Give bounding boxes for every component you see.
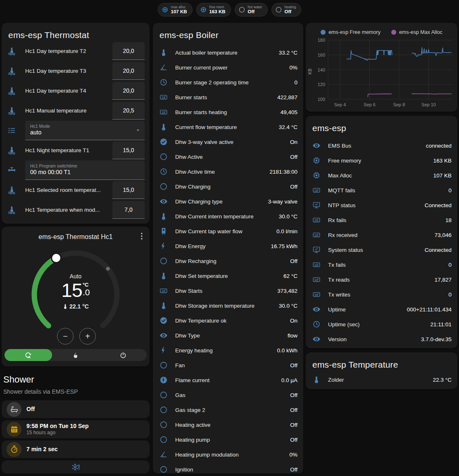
legend-item[interactable]: ems-esp Max Alloc: [391, 29, 442, 35]
mode-auto-button[interactable]: A: [5, 349, 52, 361]
entity-row[interactable]: NTP status Connected: [306, 198, 457, 213]
more-options-icon[interactable]: [137, 232, 146, 241]
entity-label: Dhw Charging: [175, 184, 287, 190]
entity-row[interactable]: Dhw Storage intern temperature 30.0 °C: [153, 298, 303, 313]
number-input[interactable]: 7,0: [112, 201, 145, 219]
coolant-thermometer-icon: [7, 186, 16, 194]
entity-row[interactable]: Dhw Current tap water flow 0.0 l/min: [153, 224, 303, 239]
entity-label: Free memory: [328, 158, 430, 164]
entity-row[interactable]: Burner stage 2 operating time 0: [153, 75, 303, 90]
select-input[interactable]: Hc1 Mode auto: [25, 121, 145, 140]
entity-value: 0.0 kWh: [277, 347, 297, 354]
entity-row[interactable]: Gas stage 2 Off: [153, 402, 303, 417]
entity-row[interactable]: Dhw Charging Off: [153, 179, 303, 194]
entity-row[interactable]: EMS Bus connected: [306, 138, 457, 153]
temp-decrease-button[interactable]: −: [57, 328, 74, 344]
entity-row[interactable]: Uptime 000+21:11:01.434: [306, 302, 457, 317]
card-title: ems-esp Boiler: [153, 23, 303, 43]
number-input[interactable]: 15,0: [112, 141, 145, 159]
entity-row[interactable]: System status Connected: [306, 242, 457, 257]
entity-label: Rx fails: [328, 217, 442, 223]
entity-row[interactable]: 12 Burner starts heating 49,405: [153, 105, 303, 120]
entity-label: Heating pump: [175, 437, 287, 443]
entity-row[interactable]: 12 Tx reads 17,827: [306, 272, 457, 287]
entity-row[interactable]: Dhw Recharging Off: [153, 254, 303, 268]
entity-row[interactable]: 12 Rx fails 18: [306, 213, 457, 227]
thermostat-dial[interactable]: Auto 15 °C .0 22.1 °C: [26, 245, 125, 344]
header-chip[interactable]: free mem 163 KB: [196, 3, 231, 17]
flash-icon: [159, 346, 168, 354]
shower-tile[interactable]: [2, 460, 150, 474]
entity-row[interactable]: Ignition Off: [153, 462, 303, 474]
header-chip[interactable]: heating Off: [271, 3, 302, 17]
entity-value: Connected: [425, 247, 452, 253]
shower-tile[interactable]: 9:58 PM on Tue 10 Sep 15 hours ago: [2, 420, 150, 438]
entity-row[interactable]: Gas Off: [153, 387, 303, 402]
entity-row[interactable]: Dhw Energy 16.75 kWh: [153, 239, 303, 254]
chip-icon: [312, 171, 321, 179]
entity-row[interactable]: 12 Tx writes 0: [306, 287, 457, 302]
entity-row[interactable]: 12 MQTT fails 0: [306, 183, 457, 198]
svg-text:12: 12: [162, 96, 165, 99]
entity-row[interactable]: Dhw Charging type 3-way valve: [153, 194, 303, 209]
chip-label: free mem: [209, 5, 226, 9]
thermostat-row: Hc1 Day temperature T2 20,0 Hc1 Day temp…: [2, 41, 150, 61]
thermostat-card: ems-esp Thermostat Hc1 Day temperature T…: [2, 23, 150, 224]
legend-item[interactable]: ems-esp Free memory: [321, 29, 381, 35]
number-input[interactable]: 20,0: [112, 82, 145, 100]
entity-row[interactable]: Fan Off: [153, 358, 303, 373]
mode-heat-button[interactable]: [52, 349, 100, 361]
entity-row[interactable]: Dhw Type flow: [153, 328, 303, 343]
entity-row[interactable]: Dhw Current intern temperature 30.0 °C: [153, 209, 303, 224]
chevron-down-icon[interactable]: [135, 127, 141, 134]
entity-row[interactable]: Dhw 3-way valve active On: [153, 134, 303, 149]
shower-tile[interactable]: 7 min 2 sec: [2, 440, 150, 458]
entity-value: 16.75 kWh: [271, 243, 297, 249]
entity-row[interactable]: 12 Dhw Starts 373,482: [153, 283, 303, 298]
entity-row[interactable]: Uptime (sec) 21:11:01: [306, 317, 457, 332]
bathtub-icon: [10, 405, 19, 414]
entity-row[interactable]: Dhw Active time 2181:38:00: [153, 164, 303, 179]
entity-value: 0.0 l/min: [276, 228, 297, 234]
entity-row[interactable]: 12 Rx received 73,046: [306, 227, 457, 242]
temp-increase-button[interactable]: +: [79, 328, 96, 344]
number-input[interactable]: 20,0: [112, 62, 145, 80]
svg-text:100: 100: [318, 97, 325, 102]
entity-row[interactable]: Heating active Off: [153, 417, 303, 432]
entity-row[interactable]: Version 3.7.0-dev.35: [306, 332, 457, 347]
counter-icon: 12: [312, 290, 321, 299]
mode-off-button[interactable]: [99, 349, 147, 361]
entity-row[interactable]: Burner current power 0%: [153, 60, 303, 75]
header-chip[interactable]: max alloc 107 KB: [158, 3, 193, 17]
entity-row[interactable]: Dhw Set temperature 62 °C: [153, 268, 303, 283]
entity-row[interactable]: Dhw Temperature ok On: [153, 313, 303, 328]
entity-row[interactable]: Free memory 163 KB: [306, 153, 457, 168]
entity-row[interactable]: 12 Burner starts 422,887: [153, 90, 303, 105]
thermostat-dial-card: ems-esp Thermostat Hc1 Auto 15 °C .0: [2, 227, 150, 366]
entity-row[interactable]: 12 Tx fails 0: [306, 257, 457, 272]
circle-icon: [159, 361, 168, 369]
entity-row[interactable]: Heating pump modulation 0%: [153, 447, 303, 462]
entity-row[interactable]: Zolder 22.3 °C: [306, 372, 457, 387]
entity-row[interactable]: Dhw Active Off: [153, 149, 303, 164]
boiler-icon: [159, 227, 168, 235]
number-input[interactable]: 15,0: [112, 181, 145, 199]
field-value: auto: [30, 129, 140, 136]
entity-row[interactable]: Actual boiler temperature 33.2 °C: [153, 45, 303, 60]
memory-history-chart[interactable]: 100120140160180Sep 4Sep 6Sep 8Sep 10KB: [306, 23, 457, 112]
shower-tile[interactable]: Off: [2, 400, 150, 418]
number-input[interactable]: 20,5: [112, 102, 145, 120]
number-input[interactable]: 20,0: [112, 42, 145, 60]
entity-row[interactable]: Max Alloc 107 KB: [306, 168, 457, 183]
chart-legend: ems-esp Free memory ems-esp Max Alloc: [306, 29, 457, 35]
entity-row[interactable]: Current flow temperature 32.4 °C: [153, 120, 303, 134]
header-chip[interactable]: hot water Off: [235, 3, 268, 17]
thermostat-row: Hc1 Program switchtime 00 mo 00:00 T1 Hc…: [2, 160, 150, 180]
entity-row[interactable]: Flame current 0.0 µA: [153, 373, 303, 387]
entity-row[interactable]: Heating pump Off: [153, 432, 303, 447]
entity-label: Fan: [175, 362, 287, 368]
svg-text:Sep 10: Sep 10: [421, 102, 436, 107]
select-input[interactable]: Hc1 Program switchtime 00 mo 00:00 T1: [25, 160, 145, 180]
entity-row[interactable]: Energy heating 0.0 kWh: [153, 343, 303, 358]
entity-label: Version: [328, 336, 418, 342]
